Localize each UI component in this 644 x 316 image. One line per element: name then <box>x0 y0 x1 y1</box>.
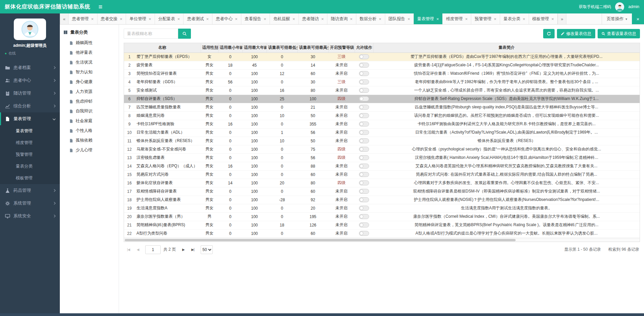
tree-item-category[interactable]: 社会家庭 <box>63 116 115 126</box>
allow-continue-toggle[interactable] <box>359 147 369 152</box>
tab-close-icon[interactable]: × <box>552 17 554 21</box>
table-row[interactable]: 15 简易应对方式问卷 男女 0 100 0 60 未开启 <box>124 170 640 179</box>
tab-operations-dropdown[interactable]: 页签操作 ▾ <box>602 13 632 24</box>
tab[interactable]: 维度管理 × <box>443 13 472 24</box>
allow-continue-toggle[interactable] <box>359 138 369 143</box>
sidebar-item-system-management[interactable]: 系统管理 <box>0 197 60 210</box>
tabs-scroll-left-button[interactable]: « <box>60 13 69 24</box>
tab[interactable]: 量表管理 × <box>414 13 443 24</box>
table-row[interactable]: 21 简明精神病(科)量表(BPRS) 男女 0 100 18 126 未开启 <box>124 221 640 229</box>
tree-root-scale-category[interactable]: 量表分类 <box>63 29 115 35</box>
table-row[interactable]: 20 康奈尔医学指数量表（男） 男 0 100 0 195 未开启 <box>124 212 640 221</box>
sidebar-subitem[interactable]: 量表管理 <box>0 125 60 137</box>
tab[interactable]: 数据分析 × <box>356 13 385 24</box>
tree-item-category[interactable]: 孤独依赖 <box>63 136 115 145</box>
tab-close-icon[interactable]: × <box>264 17 267 21</box>
tabs-scroll-right-button[interactable]: » <box>558 13 566 24</box>
allow-continue-toggle[interactable] <box>359 222 369 227</box>
tab-close-icon[interactable]: × <box>436 17 439 21</box>
tree-item-category[interactable]: 智力认知 <box>63 67 115 77</box>
tab[interactable]: 患者管理 × <box>69 13 97 24</box>
user-avatar[interactable] <box>615 2 624 11</box>
sidebar-item-followup[interactable]: 随访管理 <box>0 87 60 100</box>
allow-continue-toggle[interactable] <box>359 155 369 160</box>
tab[interactable]: 团队报告 × <box>385 13 414 24</box>
tree-item-category[interactable]: 少儿心理 <box>63 145 115 155</box>
allow-continue-toggle[interactable] <box>359 206 369 211</box>
tree-item-category[interactable]: 生活状况 <box>63 58 115 67</box>
table-row[interactable]: 11 锥体外系副反应量表（RESES） 男女 0 100 10 50 未开启 <box>124 137 640 145</box>
allow-continue-toggle[interactable] <box>359 96 369 101</box>
doctor-avatar[interactable] <box>22 21 38 38</box>
page-size-select[interactable]: 50 <box>201 245 213 254</box>
table-row[interactable]: 19 生活满意度指数A 男女 0 100 0 20 未开启 <box>124 204 640 212</box>
tab-close-icon[interactable]: × <box>292 17 295 21</box>
table-row[interactable]: 18 护士用住院病人观察量表 男女 0 100 -28 92 未开启 <box>124 196 640 204</box>
table-row[interactable]: 2 疲劳量表 男女 18 45 0 14 未开启 <box>124 61 640 69</box>
horizontal-scrollbar-thumb[interactable] <box>125 239 516 241</box>
allow-continue-toggle[interactable] <box>359 180 369 185</box>
table-row[interactable]: 16 躯体化症状自评量表 男女 14 100 20 80 四级 <box>124 179 640 187</box>
tab-close-icon[interactable]: × <box>379 17 381 21</box>
tree-item-category[interactable]: 婚姻两性 <box>63 38 115 48</box>
next-page-button[interactable]: ▶ <box>179 246 187 254</box>
table-row[interactable]: 4 老年抑郁量表（GDS） 男女 56 100 0 30 三级 <box>124 78 640 86</box>
allow-continue-toggle[interactable] <box>359 164 369 169</box>
horizontal-scrollbar[interactable] <box>124 238 640 242</box>
qr-code-link[interactable]: 获取手机端二维码 <box>579 4 611 10</box>
tab-close-icon[interactable]: × <box>120 17 123 21</box>
tab-close-icon[interactable]: × <box>91 17 94 21</box>
first-page-button[interactable]: |◀ <box>124 246 132 254</box>
tab[interactable]: 模板管理 × <box>529 13 558 24</box>
allow-continue-toggle[interactable] <box>359 88 369 93</box>
sidebar-item-medicine[interactable]: 药品管理 <box>0 184 60 197</box>
table-row[interactable]: 13 汉密顿焦虑量表 男女 0 100 0 56 四级 <box>124 153 640 162</box>
allow-continue-toggle[interactable] <box>359 197 369 202</box>
table-row[interactable]: 14 艾森克人格问卷（EPQ）（成人） 男女 16 100 0 88 未开启 <box>124 162 640 170</box>
tab[interactable]: 查看报告 × <box>241 13 270 24</box>
sidebar-subitem[interactable]: 模板管理 <box>0 172 60 184</box>
table-row[interactable]: 12 马斯洛安全感-不安全感问卷 男女 0 100 0 75 四级 <box>124 145 640 153</box>
tab-close-icon[interactable]: × <box>149 17 151 21</box>
tab-close-icon[interactable]: × <box>177 17 180 21</box>
tab-close-icon[interactable]: × <box>206 17 209 21</box>
allow-continue-toggle[interactable] <box>359 172 369 177</box>
tab[interactable]: 分配量表 × <box>155 13 184 24</box>
table-row[interactable]: 1 爱丁堡产后抑郁量表（EPDS） 女 0 100 0 30 三级 <box>124 52 640 61</box>
tab[interactable]: 患者随访 × <box>299 13 328 24</box>
sidebar-item-analysis[interactable]: 综合分析 <box>0 100 60 112</box>
table-row[interactable]: 17 双相情感障碍自评量表 男女 0 100 0 60 未开启 <box>124 187 640 196</box>
tree-item-category[interactable]: 他评量表 <box>63 48 115 58</box>
tree-item-category[interactable]: 自我辩识 <box>63 106 115 116</box>
tab[interactable]: 患者中心 × <box>212 13 241 24</box>
tab[interactable]: 患者测试 × <box>184 13 212 24</box>
table-row[interactable]: 6 抑郁自评量表（SDS） 男女 0 100 25 100 四级 <box>124 95 640 103</box>
search-button[interactable] <box>178 29 191 39</box>
sidebar-item-patient-files[interactable]: 患者档案 <box>0 61 60 74</box>
sidebar-item-patient-center[interactable]: 患者中心 <box>0 74 60 87</box>
tab[interactable]: 量表分类 × <box>500 13 529 24</box>
allow-continue-toggle[interactable] <box>359 121 369 127</box>
refresh-button[interactable] <box>543 29 555 38</box>
edit-scale-button[interactable]: 修改量表信息 <box>557 29 595 38</box>
sidebar-item-system-security[interactable]: 系统安全 <box>0 210 60 222</box>
tab-close-icon[interactable]: × <box>408 17 410 21</box>
allow-continue-toggle[interactable] <box>359 231 369 236</box>
table-row[interactable]: 9 卡特尔16PF性格测验 男女 16 100 0 355 未开启 <box>124 120 640 128</box>
allow-continue-toggle[interactable] <box>359 214 369 219</box>
sidebar-subitem[interactable]: 量表分类 <box>0 161 60 172</box>
tree-item-category[interactable]: 人力资源 <box>63 87 115 97</box>
prev-page-button[interactable]: ◀ <box>134 246 142 254</box>
tab-close-icon[interactable]: × <box>465 17 468 21</box>
tab-close-icon[interactable]: × <box>494 17 496 21</box>
tab[interactable]: 患者交接 × <box>97 13 126 24</box>
close-all-tabs-button[interactable]: × <box>632 13 644 24</box>
allow-continue-toggle[interactable] <box>359 105 369 110</box>
table-row[interactable]: 3 简明惧怕否定评价量表 男女 0 100 12 60 未开启 <box>124 69 640 78</box>
tab[interactable]: 单位管理 × <box>126 13 155 24</box>
tab-close-icon[interactable]: × <box>235 17 238 21</box>
tab[interactable]: 危机提醒 × <box>270 13 299 24</box>
last-page-button[interactable]: ▶| <box>189 246 197 254</box>
search-input[interactable] <box>124 29 178 39</box>
allow-continue-toggle[interactable] <box>359 71 369 76</box>
